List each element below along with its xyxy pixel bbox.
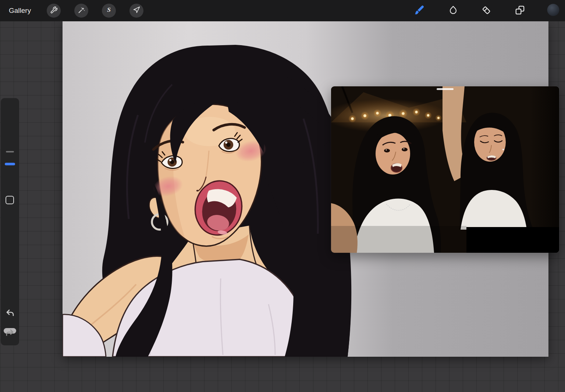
brush-size-handle[interactable] [5,163,15,165]
opacity-slider[interactable] [1,205,19,289]
selection-button[interactable]: S [102,4,116,18]
layers-icon [515,5,525,17]
brush-size-slider[interactable] [1,98,19,190]
brush-size-tick [6,151,14,152]
sidebar-controls [1,98,19,345]
magic-wand-icon [78,6,85,15]
color-circle [547,3,560,18]
erase-tool-button[interactable] [480,4,493,17]
wrench-icon [50,6,58,15]
redo-button[interactable] [5,328,15,338]
brush-icon [414,4,425,17]
undo-button[interactable] [5,308,15,319]
reference-black-box [466,227,559,253]
smudge-icon [448,5,458,16]
undo-icon [5,308,15,319]
top-toolbar: Gallery S [0,0,565,21]
actions-button[interactable] [47,4,61,18]
adjustments-button[interactable] [74,4,88,18]
modify-button[interactable] [6,196,14,204]
reference-drag-handle[interactable] [437,88,454,90]
color-button[interactable] [547,4,560,17]
smudge-tool-button[interactable] [447,4,460,17]
workspace-background: Gallery S [0,0,565,392]
svg-text:S: S [107,6,111,13]
layers-button[interactable] [513,4,526,17]
canvas[interactable] [63,21,548,357]
transform-button[interactable] [129,4,143,18]
reference-photo [331,86,559,253]
transform-arrow-icon [133,6,140,15]
selection-s-icon: S [105,6,113,15]
gallery-button[interactable]: Gallery [9,0,31,21]
redo-icon [5,328,15,339]
paint-tool-button[interactable] [413,4,426,17]
reference-window[interactable] [331,86,559,253]
eraser-icon [482,5,491,17]
